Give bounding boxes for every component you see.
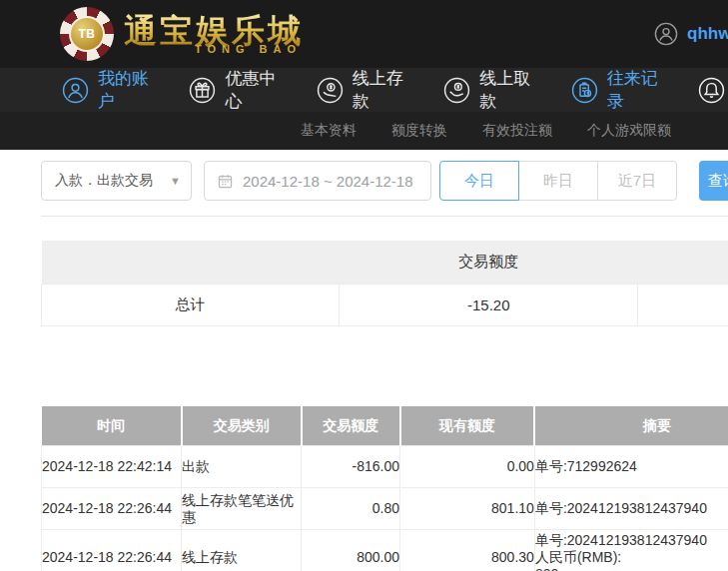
table-row: 2024-12-18 22:26:44 线上存款 800.00 800.30 单… — [42, 530, 728, 571]
chevron-down-icon: ▼ — [170, 175, 181, 187]
transaction-type-select[interactable]: 入款．出款交易 ▼ — [41, 161, 192, 201]
nav-label: 往来记录 — [607, 67, 661, 113]
cell-balance: 800.30 — [400, 530, 535, 571]
summary-total-empty — [638, 285, 728, 326]
nav-label: 线上取款 — [479, 67, 533, 113]
summary-line: 人民币(RMB): — [535, 549, 728, 566]
summary-total-label: 总计 — [42, 285, 340, 326]
col-header-balance: 现有额度 — [400, 406, 535, 446]
records-clipboard-icon — [571, 77, 598, 104]
cell-summary: 单号:712992624 — [534, 446, 728, 488]
nav-label: 优惠中心 — [225, 67, 279, 113]
nav-item-promotions[interactable]: 优惠中心 — [189, 67, 279, 113]
nav-item-online-deposit[interactable]: 线上存款 — [317, 67, 406, 113]
subnav-item-valid-bets[interactable]: 有效投注额 — [482, 122, 552, 140]
page: TB 通宝娱乐城 TONG BAO qhhw 我的账户 — [0, 0, 728, 571]
cell-amount: -816.00 — [302, 446, 400, 488]
deposit-coin-icon — [317, 77, 344, 104]
date-range-value: 2024-12-18 ~ 2024-12-18 — [243, 173, 413, 190]
col-header-amount: 交易额度 — [302, 406, 400, 446]
transactions-table: 时间 交易类别 交易额度 现有额度 摘要 2024-12-18 22:42:14… — [41, 406, 728, 571]
cell-type: 线上存款笔笔送优惠 — [182, 488, 302, 530]
col-header-summary: 摘要 — [534, 406, 728, 446]
date-range-input[interactable]: 2024-12-18 ~ 2024-12-18 — [204, 161, 431, 201]
summary-line: 单号:712992624 — [535, 458, 728, 475]
filter-row: 入款．出款交易 ▼ 2024-12-18 ~ 2024-12-18 今日 昨日 … — [41, 161, 728, 201]
nav-label: 线上存款 — [353, 67, 406, 113]
site-logo[interactable]: TB 通宝娱乐城 TONG BAO — [60, 7, 304, 61]
subnav-item-game-limits[interactable]: 个人游戏限额 — [587, 122, 671, 140]
col-header-time: 时间 — [42, 406, 182, 446]
nav-label: 我的账户 — [98, 67, 152, 113]
notifications-button[interactable] — [698, 77, 725, 104]
cell-time: 2024-12-18 22:42:14 — [42, 446, 182, 488]
top-header: TB 通宝娱乐城 TONG BAO qhhw — [0, 0, 728, 68]
cell-type: 出款 — [182, 446, 302, 488]
summary-table: 交易额度 总计 -15.20 — [41, 241, 728, 326]
nav-item-online-withdrawal[interactable]: 线上取款 — [443, 67, 533, 113]
search-button[interactable]: 查询 — [699, 161, 728, 201]
cell-balance: 801.10 — [400, 488, 535, 530]
yesterday-button[interactable]: 昨日 — [518, 161, 598, 201]
main-nav: 我的账户 优惠中心 线上存款 线上取款 — [0, 68, 728, 112]
sub-nav: 基本资料 额度转换 有效投注额 个人游戏限额 — [0, 112, 728, 150]
today-button[interactable]: 今日 — [439, 161, 519, 201]
nav-item-my-account[interactable]: 我的账户 — [62, 67, 152, 113]
cell-amount: 0.80 — [302, 488, 400, 530]
username: qhhw — [687, 24, 728, 44]
quick-date-button-group: 今日 昨日 近7日 — [439, 161, 677, 201]
cell-type: 线上存款 — [182, 530, 302, 571]
summary-header-empty-right — [638, 241, 728, 285]
last-7-days-button[interactable]: 近7日 — [597, 161, 677, 201]
logo-subtitle: TONG BAO — [124, 44, 304, 55]
transaction-type-value: 入款．出款交易 — [55, 172, 153, 190]
cell-time: 2024-12-18 22:26:44 — [42, 530, 182, 571]
user-avatar-icon — [654, 22, 678, 46]
account-icon — [62, 77, 89, 104]
divider — [41, 216, 728, 217]
summary-line: 单号:202412193812437940 — [535, 500, 728, 517]
cell-time: 2024-12-18 22:26:44 — [42, 488, 182, 530]
logo-title: 通宝娱乐城 — [124, 14, 304, 47]
summary-line: 800 — [535, 566, 728, 571]
table-row: 2024-12-18 22:42:14 出款 -816.00 0.00 单号:7… — [42, 446, 728, 488]
cell-summary: 单号:202412193812437940 — [534, 488, 728, 530]
summary-total-value: -15.20 — [340, 285, 638, 326]
bell-icon — [698, 77, 725, 104]
casino-chip-icon: TB — [60, 7, 114, 61]
content: 入款．出款交易 ▼ 2024-12-18 ~ 2024-12-18 今日 昨日 … — [0, 161, 728, 571]
calendar-icon — [217, 173, 234, 190]
cell-summary: 单号:202412193812437940 人民币(RMB): 800 — [534, 530, 728, 571]
cell-balance: 0.00 — [400, 446, 535, 488]
table-header-row: 时间 交易类别 交易额度 现有额度 摘要 — [42, 406, 728, 446]
subnav-item-credit-transfer[interactable]: 额度转换 — [391, 122, 447, 140]
subnav-item-basic-info[interactable]: 基本资料 — [301, 122, 357, 140]
table-row: 2024-12-18 22:26:44 线上存款笔笔送优惠 0.80 801.1… — [42, 488, 728, 530]
summary-header-empty — [42, 241, 340, 285]
summary-total-row: 总计 -15.20 — [42, 285, 728, 326]
gift-icon — [189, 77, 216, 104]
withdraw-coin-icon — [443, 77, 470, 104]
summary-header-amount: 交易额度 — [340, 241, 638, 285]
logo-texts: 通宝娱乐城 TONG BAO — [124, 14, 304, 55]
chip-label: TB — [69, 16, 105, 52]
summary-header-row: 交易额度 — [42, 241, 728, 285]
summary-line: 单号:202412193812437940 — [535, 532, 728, 549]
col-header-type: 交易类别 — [182, 406, 302, 446]
nav-item-transaction-records[interactable]: 往来记录 — [571, 67, 661, 113]
user-account[interactable]: qhhw — [654, 22, 728, 46]
cell-amount: 800.00 — [302, 530, 400, 571]
